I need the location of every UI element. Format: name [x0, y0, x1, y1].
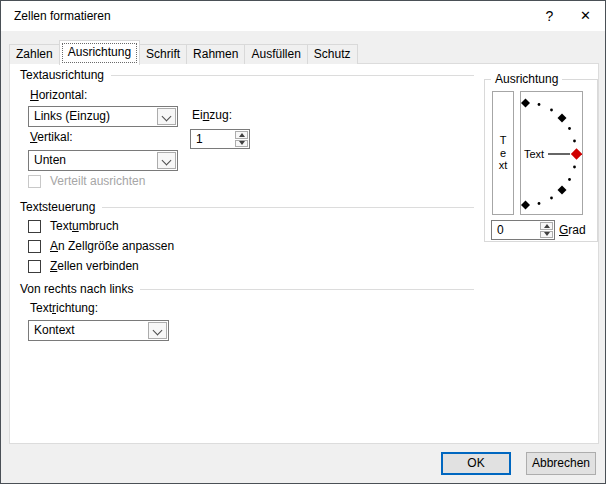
zellen-verbinden-label: Zellen verbinden	[50, 259, 139, 273]
section-textsteuerung: Textsteuerung	[20, 200, 474, 214]
verteilt-ausrichten-label: Verteilt ausrichten	[50, 174, 145, 188]
dial-dot-minus60[interactable]	[550, 197, 553, 200]
tab-ausfuellen[interactable]: Ausfüllen	[244, 44, 307, 64]
textrichtung-dropdown-button[interactable]	[148, 322, 167, 339]
vertikal-value: Unten	[34, 151, 66, 170]
chevron-down-icon	[162, 156, 172, 166]
ok-button[interactable]: OK	[441, 452, 511, 475]
vertikal-dropdown-button[interactable]	[157, 152, 176, 169]
tab-rahmen[interactable]: Rahmen	[186, 44, 245, 64]
tab-strip: Zahlen Ausrichtung Schrift Rahmen Ausfül…	[9, 39, 357, 64]
dialog-title: Zellen formatieren	[14, 1, 111, 31]
alignment-tab-page: Textausrichtung Horizontal: Links (Einzu…	[9, 63, 599, 444]
dial-diamond-45[interactable]	[557, 113, 566, 122]
textrichtung-value: Kontext	[34, 321, 75, 340]
textrichtung-label: Textrichtung:	[30, 301, 98, 315]
section-title: Textausrichtung	[20, 68, 104, 82]
einzug-down-button[interactable]	[235, 140, 248, 148]
einzug-up-button[interactable]	[235, 131, 248, 139]
dial-diamond-90[interactable]	[521, 98, 530, 107]
horizontal-label: Horizontal:	[30, 88, 87, 102]
tab-ausrichtung[interactable]: Ausrichtung	[59, 40, 140, 65]
arrow-up-icon	[239, 133, 245, 137]
vertical-text-box[interactable]: Text	[492, 91, 514, 215]
textrichtung-combobox[interactable]: Kontext	[28, 320, 169, 341]
section-von-rechts-nach-links: Von rechts nach links	[20, 282, 474, 296]
close-icon[interactable]: ✕	[568, 1, 603, 31]
vertical-text: Text	[499, 134, 508, 172]
section-divider	[140, 289, 474, 290]
textumbruch-checkbox-row[interactable]: Textumbruch	[28, 219, 119, 233]
help-icon[interactable]: ?	[532, 1, 567, 31]
dial-dot-30[interactable]	[568, 127, 571, 130]
grad-label: Grad	[559, 223, 586, 237]
dial-dot-15[interactable]	[573, 140, 576, 143]
arrow-down-icon	[239, 141, 245, 145]
zellgroesse-anpassen-checkbox-row[interactable]: An Zellgröße anpassen	[28, 239, 174, 253]
textumbruch-label: Textumbruch	[50, 219, 119, 233]
einzug-value: 1	[196, 130, 203, 148]
tab-schrift[interactable]: Schrift	[139, 44, 187, 64]
section-divider	[102, 207, 474, 208]
vertikal-combobox[interactable]: Unten	[28, 150, 178, 171]
arrow-up-icon	[544, 224, 550, 228]
degrees-updown	[540, 222, 553, 238]
degrees-spinner[interactable]: 0	[491, 220, 555, 240]
ausrichtung-group-title: Ausrichtung	[491, 72, 562, 86]
section-title: Von rechts nach links	[20, 282, 133, 296]
cancel-button[interactable]: Abbrechen	[526, 452, 596, 475]
dial-text-label: Text	[524, 148, 544, 160]
dial-dot-minus15[interactable]	[573, 166, 576, 169]
zellgroesse-anpassen-checkbox[interactable]	[28, 240, 41, 253]
chevron-down-icon	[162, 112, 172, 122]
dial-diamond-minus90[interactable]	[521, 200, 530, 209]
dial-dot-75[interactable]	[538, 103, 541, 106]
degrees-up-button[interactable]	[540, 222, 553, 230]
degrees-value: 0	[497, 221, 504, 239]
verteilt-ausrichten-checkbox	[28, 175, 41, 188]
orientation-dial-svg: Text	[521, 92, 582, 214]
format-cells-dialog: Zellen formatieren ? ✕ Zahlen Ausrichtun…	[0, 0, 606, 484]
zellgroesse-anpassen-label: An Zellgröße anpassen	[50, 239, 174, 253]
tab-zahlen[interactable]: Zahlen	[9, 44, 60, 64]
section-textausrichtung: Textausrichtung	[20, 68, 474, 82]
arrow-down-icon	[544, 232, 550, 236]
chevron-down-icon	[153, 326, 163, 336]
dial-diamond-minus45[interactable]	[557, 185, 566, 194]
orientation-dial[interactable]: Text	[520, 91, 583, 215]
horizontal-value: Links (Einzug)	[34, 107, 110, 126]
tab-schutz[interactable]: Schutz	[307, 44, 358, 64]
zellen-verbinden-checkbox-row[interactable]: Zellen verbinden	[28, 259, 139, 273]
dial-dot-minus75[interactable]	[538, 202, 541, 205]
horizontal-combobox[interactable]: Links (Einzug)	[28, 106, 178, 127]
einzug-label: Einzug:	[192, 108, 232, 122]
degrees-down-button[interactable]	[540, 231, 553, 239]
dial-diamond-0-selected[interactable]	[571, 148, 582, 159]
vertikal-label: Vertikal:	[30, 130, 73, 144]
title-bar: Zellen formatieren ? ✕	[1, 1, 605, 31]
textumbruch-checkbox[interactable]	[28, 220, 41, 233]
einzug-spinner[interactable]: 1	[190, 129, 250, 149]
ausrichtung-group: Ausrichtung Text	[484, 79, 598, 242]
dial-dot-minus30[interactable]	[568, 178, 571, 181]
section-title: Textsteuerung	[20, 200, 95, 214]
dial-dot-60[interactable]	[550, 109, 553, 112]
section-divider	[111, 75, 474, 76]
horizontal-dropdown-button[interactable]	[157, 108, 176, 125]
verteilt-ausrichten-checkbox-row: Verteilt ausrichten	[28, 174, 145, 188]
zellen-verbinden-checkbox[interactable]	[28, 260, 41, 273]
einzug-updown	[235, 131, 248, 147]
